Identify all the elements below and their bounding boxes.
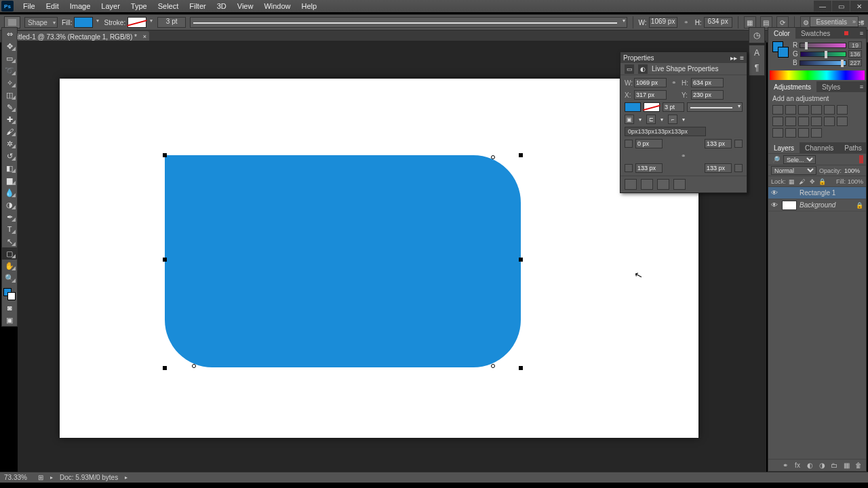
- transform-handle[interactable]: [163, 153, 167, 157]
- fill-swatch[interactable]: [74, 17, 93, 28]
- rectangle-tool[interactable]: ▢: [2, 247, 17, 260]
- prop-stroke-width-field[interactable]: 3 pt: [663, 102, 684, 112]
- history-brush-tool[interactable]: ↺: [2, 150, 17, 162]
- hand-tool[interactable]: ✋: [2, 260, 17, 272]
- tab-swatches[interactable]: Swatches: [795, 28, 835, 39]
- canvas[interactable]: ↖: [60, 79, 698, 438]
- eraser-tool[interactable]: ◧: [2, 162, 17, 174]
- group-icon[interactable]: 🗀: [829, 461, 839, 470]
- quickmask-icon[interactable]: ◙: [2, 302, 17, 314]
- color-g-value[interactable]: 136: [848, 50, 862, 58]
- marquee-tool[interactable]: ▭: [2, 52, 17, 64]
- visibility-icon[interactable]: 👁: [771, 201, 779, 209]
- type-tool[interactable]: T: [2, 223, 17, 235]
- corner-tr-field[interactable]: 133 px: [705, 139, 732, 148]
- adj-selcolor-icon[interactable]: [811, 128, 822, 138]
- adj-invert-icon[interactable]: [837, 117, 848, 126]
- stroke-align-button[interactable]: ▣: [625, 115, 634, 124]
- path-subtract-button[interactable]: [641, 179, 653, 190]
- adj-mixer-icon[interactable]: [811, 117, 822, 126]
- pen-tool[interactable]: ✒: [2, 211, 17, 223]
- link-wh-icon[interactable]: ⚭: [682, 18, 691, 27]
- dodge-tool[interactable]: ◑: [2, 199, 17, 211]
- dropdown-icon[interactable]: ▾: [637, 117, 644, 123]
- tab-color[interactable]: Color: [768, 28, 795, 39]
- trash-icon[interactable]: 🗑: [854, 461, 863, 470]
- panel-menu-icon[interactable]: ≡: [857, 30, 866, 37]
- character-panel-icon[interactable]: A: [749, 45, 764, 60]
- expand-icon[interactable]: ⊞: [38, 474, 43, 481]
- transform-handle[interactable]: [519, 366, 523, 370]
- adj-vibrance-icon[interactable]: [824, 105, 835, 115]
- transform-handle[interactable]: [163, 258, 167, 262]
- workspace-menu-icon[interactable]: ≡: [860, 16, 865, 27]
- menu-help[interactable]: Help: [296, 2, 323, 10]
- layer-row[interactable]: 👁 Background 🔒: [768, 199, 866, 211]
- fx-icon[interactable]: fx: [793, 461, 802, 470]
- menu-layer[interactable]: Layer: [96, 2, 125, 10]
- path-select-tool[interactable]: ↖: [2, 235, 17, 247]
- adj-lookup-icon[interactable]: [824, 117, 835, 126]
- status-triangle-icon[interactable]: ▸: [125, 474, 127, 481]
- corner-radius-handle[interactable]: [192, 364, 196, 368]
- brush-tool[interactable]: 🖌: [2, 125, 17, 138]
- color-b-slider[interactable]: [800, 60, 846, 66]
- menu-edit[interactable]: Edit: [41, 2, 64, 10]
- filter-toggle[interactable]: [859, 155, 863, 163]
- status-triangle-icon[interactable]: ▸: [50, 474, 53, 481]
- adj-bw-icon[interactable]: [785, 117, 796, 126]
- prop-h-field[interactable]: 634 px: [691, 78, 724, 87]
- stroke-style-dropdown[interactable]: [190, 17, 627, 28]
- path-exclude-button[interactable]: [673, 179, 686, 190]
- menu-view[interactable]: View: [232, 2, 259, 10]
- corner-br-icon[interactable]: [734, 164, 743, 172]
- panel-menu-icon[interactable]: ≡: [740, 54, 744, 62]
- color-r-value[interactable]: 19: [848, 41, 862, 49]
- tab-channels[interactable]: Channels: [800, 142, 839, 153]
- menu-file[interactable]: File: [18, 2, 41, 10]
- layer-row[interactable]: 👁 Rectangle 1: [768, 187, 866, 199]
- lock-transparency-icon[interactable]: ▦: [788, 178, 796, 186]
- color-g-slider[interactable]: [800, 52, 846, 57]
- adj-brightness-icon[interactable]: [772, 105, 783, 115]
- adj-hue-icon[interactable]: [837, 105, 848, 115]
- tab-paths[interactable]: Paths: [839, 142, 867, 153]
- new-layer-icon[interactable]: ▦: [842, 461, 851, 470]
- adj-levels-icon[interactable]: [785, 105, 796, 115]
- workspace-switcher[interactable]: Essentials: [810, 16, 859, 27]
- corner-radius-handle[interactable]: [491, 364, 495, 368]
- corner-tl-icon[interactable]: [625, 140, 633, 148]
- menu-filter[interactable]: Filter: [184, 2, 211, 10]
- gradient-tool[interactable]: ▆: [2, 174, 17, 186]
- healing-tool[interactable]: ✚: [2, 113, 17, 125]
- prop-x-field[interactable]: 317 px: [634, 90, 667, 100]
- corner-bl-field[interactable]: 133 px: [635, 163, 663, 173]
- window-minimize-button[interactable]: —: [814, 1, 831, 12]
- lock-position-icon[interactable]: ✥: [808, 178, 816, 186]
- layer-name[interactable]: Background: [800, 201, 835, 209]
- path-intersect-button[interactable]: [657, 179, 669, 190]
- eyedropper-tool[interactable]: ✎: [2, 101, 17, 113]
- corner-radii-readout[interactable]: 0px133px133px133px: [625, 127, 706, 136]
- adj-curves-icon[interactable]: [798, 105, 809, 115]
- zoom-tool[interactable]: 🔍: [2, 272, 17, 284]
- stroke-swatch[interactable]: [127, 17, 146, 28]
- search-icon[interactable]: 🔎: [771, 155, 781, 164]
- color-r-slider[interactable]: [800, 43, 846, 48]
- prop-stroke-style-dropdown[interactable]: [687, 102, 743, 112]
- color-wells[interactable]: [772, 41, 789, 58]
- adj-colorbal-icon[interactable]: [772, 117, 783, 126]
- adj-gradmap-icon[interactable]: [798, 128, 809, 138]
- transform-handle[interactable]: [163, 366, 167, 370]
- mask-icon[interactable]: ◐: [805, 461, 814, 470]
- properties-header[interactable]: Properties ▸▸≡: [620, 52, 747, 63]
- adj-poster-icon[interactable]: [772, 128, 783, 138]
- magic-wand-tool[interactable]: ✧: [2, 77, 17, 89]
- handles-icon[interactable]: ⇔: [2, 28, 17, 40]
- history-panel-icon[interactable]: ◷: [749, 28, 764, 43]
- transform-handle[interactable]: [519, 258, 523, 262]
- tab-styles[interactable]: Styles: [816, 81, 846, 92]
- zoom-field[interactable]: 73.33%: [4, 474, 31, 481]
- stamp-tool[interactable]: ✲: [2, 138, 17, 150]
- adj-photo-icon[interactable]: [798, 117, 809, 126]
